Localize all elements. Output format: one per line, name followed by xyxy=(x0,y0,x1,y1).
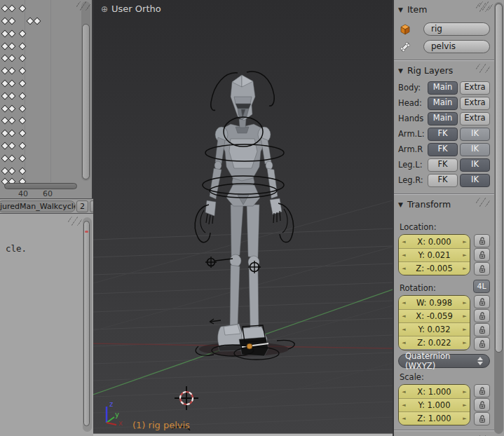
transform-panel-header[interactable]: ▼ Transform xyxy=(398,195,490,214)
slider-decrement-arrow[interactable]: ◄ xyxy=(399,239,409,245)
dope-sheet-region[interactable]: 40 60 xyxy=(0,0,93,198)
keyframe-diamond[interactable] xyxy=(8,129,15,137)
slider-increment-arrow[interactable]: ► xyxy=(460,239,470,245)
rig-hands-extra-button[interactable]: Extra xyxy=(460,112,490,125)
keyframe-diamond[interactable] xyxy=(8,54,15,62)
scale-x-slider[interactable]: ◄X: 1.000► xyxy=(399,385,470,398)
slider-decrement-arrow[interactable]: ◄ xyxy=(399,252,409,258)
keyframe-diamond[interactable] xyxy=(8,4,15,12)
rig-extra-properties-panel-header[interactable]: ▶ Rig Extra Propertie xyxy=(398,432,490,436)
rig-arml-fk-button[interactable]: FK xyxy=(428,128,458,141)
panel-drag-grip[interactable] xyxy=(476,64,490,73)
rotation-z-slider[interactable]: ◄Z: 0.022► xyxy=(399,336,470,349)
scale-z-lock-button[interactable] xyxy=(474,412,490,425)
slider-decrement-arrow[interactable]: ◄ xyxy=(399,327,409,332)
rotation-x-slider[interactable]: ◄X: -0.059► xyxy=(399,309,470,322)
action-name-field[interactable]: juredMan_Walkcycle xyxy=(0,200,76,212)
object-name-field[interactable]: rig xyxy=(423,22,490,36)
action-user-count-button[interactable]: 2 xyxy=(76,200,88,212)
rig-layers-panel-header[interactable]: ▼ Rig Layers xyxy=(398,61,490,80)
dopesheet-hscrollbar-handle[interactable] xyxy=(4,183,77,189)
region-resize-grip[interactable] xyxy=(479,1,493,11)
rotation-z-lock-button[interactable] xyxy=(474,337,490,350)
rig-layer-label-legl: Leg.L: xyxy=(398,160,428,170)
bone-name-field[interactable]: pelvis xyxy=(423,40,490,53)
rotation-y-slider[interactable]: ◄Y: 0.032► xyxy=(399,322,470,336)
bone-origin-point[interactable] xyxy=(247,343,252,349)
rig-head-extra-button[interactable]: Extra xyxy=(460,97,490,110)
slider-decrement-arrow[interactable]: ◄ xyxy=(399,313,409,319)
slider-decrement-arrow[interactable]: ◄ xyxy=(399,300,409,306)
scale-z-slider[interactable]: ◄Z: 1.000► xyxy=(399,411,470,425)
viewport-3d[interactable]: z y x ⊕ User Ortho (1) rig pelvis xyxy=(93,0,393,436)
slider-decrement-arrow[interactable]: ◄ xyxy=(399,416,409,421)
rotation-mode-dropdown[interactable]: Quaternion (WXYZ) xyxy=(398,354,490,368)
region-resize-grip[interactable] xyxy=(68,217,82,226)
rotation-x-lock-button[interactable] xyxy=(474,309,490,322)
dropdown-arrows-icon xyxy=(477,357,483,365)
rig-armr-fk-button[interactable]: FK xyxy=(428,143,458,156)
rig-head-main-button[interactable]: Main xyxy=(428,97,458,110)
keyframe-diamond[interactable] xyxy=(8,92,15,100)
keyframe-diamond[interactable] xyxy=(8,154,15,162)
text-vscrollbar-handle[interactable] xyxy=(83,221,90,426)
slider-decrement-arrow[interactable]: ◄ xyxy=(399,340,409,346)
rotation-w-slider[interactable]: ◄W: 0.998► xyxy=(399,296,470,309)
slider-increment-arrow[interactable]: ► xyxy=(460,389,470,395)
keyframe-diamond[interactable] xyxy=(8,29,15,37)
slider-increment-arrow[interactable]: ► xyxy=(460,416,470,421)
text-vscrollbar-track[interactable] xyxy=(83,217,92,432)
location-z-slider[interactable]: ◄Z: -0.005► xyxy=(399,261,470,275)
cursor-3d[interactable] xyxy=(175,386,198,410)
location-y-lock-button[interactable] xyxy=(474,248,490,261)
dopesheet-vscrollbar-handle[interactable] xyxy=(82,24,90,179)
rig-legr-ik-button[interactable]: IK xyxy=(460,174,490,187)
text-editor-region[interactable]: cle. xyxy=(0,214,93,436)
location-x-slider[interactable]: ◄X: 0.000► xyxy=(399,235,470,248)
rig-layer-row-armr: Arm.RFKIK xyxy=(398,142,490,157)
keyframe-diamond[interactable] xyxy=(33,17,41,25)
slider-decrement-arrow[interactable]: ◄ xyxy=(399,402,409,408)
rig-body-extra-button[interactable]: Extra xyxy=(460,81,490,95)
keyframe-diamond[interactable] xyxy=(8,67,15,74)
rotation-4l-button[interactable]: 4L xyxy=(473,280,490,293)
keyframe-diamond[interactable] xyxy=(8,116,15,124)
location-z-lock-button[interactable] xyxy=(474,262,490,275)
slider-decrement-arrow[interactable]: ◄ xyxy=(399,389,409,395)
slider-increment-arrow[interactable]: ► xyxy=(460,266,470,271)
slider-increment-arrow[interactable]: ► xyxy=(460,313,470,319)
rig-layer-row-hands: HandsMainExtra xyxy=(398,111,490,126)
rig-armr-ik-button[interactable]: IK xyxy=(460,143,490,156)
location-x-lock-button[interactable] xyxy=(474,234,490,247)
rig-body-main-button[interactable]: Main xyxy=(428,81,458,95)
rig-hands-main-button[interactable]: Main xyxy=(428,112,458,125)
scale-y-lock-button[interactable] xyxy=(474,398,490,411)
slider-increment-arrow[interactable]: ► xyxy=(460,300,470,306)
rig-legl-fk-button[interactable]: FK xyxy=(428,158,458,172)
keyframe-diamond[interactable] xyxy=(8,167,15,175)
item-panel-header[interactable]: ▼ Item xyxy=(398,0,490,19)
slider-increment-arrow[interactable]: ► xyxy=(460,252,470,258)
keyframe-diamond[interactable] xyxy=(8,42,15,50)
keyframe-diamond[interactable] xyxy=(8,17,15,25)
keyframe-diamond[interactable] xyxy=(8,79,15,87)
location-y-slider[interactable]: ◄Y: 0.021► xyxy=(399,248,470,261)
slider-increment-arrow[interactable]: ► xyxy=(460,402,470,408)
scale-x-lock-button[interactable] xyxy=(474,384,490,397)
rotation-w-lock-button[interactable] xyxy=(474,295,490,308)
slider-value: W: 0.998 xyxy=(409,298,460,308)
rotation-y-lock-button[interactable] xyxy=(474,323,490,336)
rig-arml-ik-button[interactable]: IK xyxy=(460,128,490,141)
region-resize-grip[interactable] xyxy=(76,1,90,11)
slider-decrement-arrow[interactable]: ◄ xyxy=(399,266,409,271)
keyframe-diamond[interactable] xyxy=(8,142,15,149)
scale-y-slider[interactable]: ◄Y: 1.000► xyxy=(399,398,470,411)
panel-drag-grip[interactable] xyxy=(476,198,490,207)
slider-increment-arrow[interactable]: ► xyxy=(460,340,470,346)
slider-increment-arrow[interactable]: ► xyxy=(460,327,470,332)
keyframe-diamond[interactable] xyxy=(8,104,15,112)
view-name-text: User Ortho xyxy=(111,4,161,14)
rig-legr-fk-button[interactable]: FK xyxy=(428,174,458,187)
rig-legl-ik-button[interactable]: IK xyxy=(460,158,490,172)
props-vscrollbar-handle[interactable] xyxy=(495,4,503,353)
